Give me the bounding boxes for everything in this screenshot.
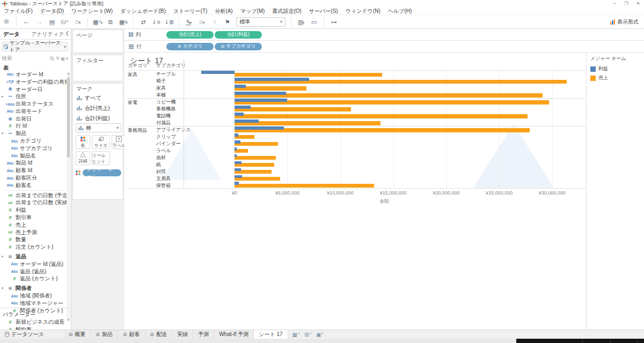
- field-item[interactable]: #返品 (カウント): [0, 275, 68, 283]
- field-item[interactable]: ▦オーダー日: [0, 86, 68, 93]
- show-me-button[interactable]: 表示形式: [610, 17, 639, 27]
- rows-pill[interactable]: ⊟カテゴリ: [166, 43, 214, 50]
- redo-icon[interactable]: →: [34, 17, 45, 27]
- menu-item[interactable]: データ(D): [36, 8, 68, 15]
- sort-descending-icon[interactable]: ⇂≣: [164, 17, 174, 27]
- field-item[interactable]: Abc返品 (返品): [0, 268, 68, 275]
- caret-expanded-icon[interactable]: ▾: [0, 255, 5, 259]
- legend-item[interactable]: 売上: [590, 74, 626, 81]
- profit-bar[interactable]: [235, 133, 238, 137]
- sales-bar[interactable]: [235, 156, 276, 160]
- new-dashboard-button[interactable]: ⊞⁺: [304, 332, 312, 338]
- pause-updates-icon[interactable]: ⟳▾: [72, 17, 83, 27]
- show-hide-cards-icon[interactable]: ▥▾: [296, 17, 306, 27]
- subcategory-label[interactable]: テーブル: [156, 71, 176, 78]
- field-item[interactable]: Abcサブカテゴリ: [0, 145, 68, 152]
- detail-button[interactable]: 詳細: [76, 151, 90, 165]
- columns-pill[interactable]: 合計(売上): [166, 31, 214, 39]
- caret-expanded-icon[interactable]: ▾: [0, 286, 5, 290]
- subcategory-label[interactable]: アプライアンス: [156, 126, 191, 133]
- presentation-mode-icon[interactable]: ▭: [309, 17, 319, 27]
- field-item[interactable]: Abc顧客区分: [0, 174, 68, 182]
- tooltip-button[interactable]: ツールヒント: [92, 151, 110, 165]
- profit-bar[interactable]: [235, 154, 237, 158]
- profit-bar[interactable]: [235, 147, 237, 151]
- highlight-icon[interactable]: ✎▾: [184, 17, 194, 27]
- clear-sheet-icon[interactable]: ▦ˣ▾: [118, 17, 129, 27]
- menu-item[interactable]: ヘルプ(H): [384, 8, 416, 15]
- subcategory-label[interactable]: バインダー: [156, 140, 181, 147]
- profit-bar[interactable]: [235, 78, 309, 81]
- field-item[interactable]: #数量: [0, 236, 68, 244]
- tab-datasource[interactable]: データソース: [0, 330, 49, 339]
- sales-bar[interactable]: [235, 73, 382, 77]
- profit-bar[interactable]: [235, 106, 251, 109]
- sort-ascending-icon[interactable]: ⇃≡: [151, 17, 162, 27]
- menu-item[interactable]: ストーリー(T): [170, 8, 211, 15]
- caret-collapsed-icon[interactable]: ▸: [0, 94, 5, 99]
- field-item[interactable]: Abc製品名: [0, 152, 68, 160]
- sheet-tab[interactable]: ⊞顧客: [118, 330, 145, 339]
- marks-layer-2[interactable]: 合計(利益): [73, 113, 123, 123]
- legend-item[interactable]: 利益: [590, 65, 626, 72]
- subcategory-label[interactable]: 家具: [156, 85, 166, 92]
- group-members-icon[interactable]: ⊘▾: [196, 17, 207, 27]
- field-item[interactable]: Abcカテゴリ: [0, 137, 68, 145]
- profit-bar[interactable]: [235, 140, 240, 144]
- new-worksheet-button[interactable]: ▦⁺: [292, 332, 301, 338]
- field-item[interactable]: Abc地域 (関係者): [0, 292, 68, 300]
- minimize-button[interactable]: ─: [609, 0, 620, 8]
- field-item[interactable]: Abc顧客 Id: [0, 167, 68, 174]
- sales-bar[interactable]: [235, 114, 528, 118]
- measure-names-legend[interactable]: メジャー ネーム 利益売上: [590, 55, 626, 84]
- category-column-header[interactable]: カテゴリ: [128, 62, 148, 69]
- fix-axes-icon[interactable]: ⚑: [222, 17, 233, 27]
- columns-shelf[interactable]: 列 合計(売上)合計(利益): [125, 29, 644, 41]
- filters-card[interactable]: フィルター: [72, 55, 123, 81]
- field-item[interactable]: Abc顧客名: [0, 182, 68, 189]
- subcategory-label[interactable]: 封筒: [156, 168, 166, 175]
- subcategory-label[interactable]: コピー機: [156, 99, 175, 106]
- sheet-tab[interactable]: シート 17: [254, 330, 288, 339]
- profit-bar[interactable]: [235, 92, 287, 95]
- rows-pill[interactable]: ⊟サブカテゴリ: [215, 43, 262, 50]
- close-button[interactable]: ✕: [632, 0, 644, 8]
- category-label[interactable]: 事務用品: [128, 127, 147, 134]
- field-item[interactable]: =Abc出荷ステータス: [0, 100, 68, 108]
- field-item[interactable]: ▸⊶住所: [0, 93, 68, 100]
- profit-bar[interactable]: [201, 71, 235, 74]
- menu-item[interactable]: 書式設定(O): [268, 8, 305, 15]
- field-item[interactable]: ▾⊞返品: [0, 253, 68, 260]
- tab-data[interactable]: データ: [0, 29, 23, 40]
- subcategory-label[interactable]: ラベル: [156, 147, 171, 154]
- tableau-home-icon[interactable]: ✻: [1, 17, 12, 27]
- field-item[interactable]: ▾⊶製品: [0, 130, 68, 137]
- marks-layer-all[interactable]: すべて: [73, 93, 123, 103]
- field-item[interactable]: Abc製品 Id: [0, 160, 68, 167]
- field-item[interactable]: #行 Id: [0, 123, 68, 130]
- datasource-selector[interactable]: サンプル - スーパーストア ▾: [2, 42, 68, 51]
- category-label[interactable]: 家電: [128, 99, 137, 106]
- sales-bar[interactable]: [235, 142, 278, 146]
- category-label[interactable]: 家具: [128, 71, 137, 78]
- new-datasource-icon[interactable]: ⛁⁺: [60, 17, 70, 27]
- scroll-up-icon[interactable]: ▲: [67, 72, 70, 75]
- field-item[interactable]: Abc出荷モード: [0, 108, 68, 115]
- profit-bar[interactable]: [235, 126, 284, 130]
- sales-bar[interactable]: [235, 107, 351, 111]
- field-item[interactable]: #注文 (カウント): [0, 243, 68, 251]
- subcategory-label[interactable]: 紙: [156, 161, 161, 168]
- field-item[interactable]: =T|Fオーダーの利益の有無: [0, 78, 68, 86]
- save-icon[interactable]: ▤: [47, 17, 57, 27]
- maximize-button[interactable]: ❐: [620, 0, 632, 8]
- new-worksheet-icon[interactable]: ▦⁺▾: [92, 17, 103, 27]
- field-item[interactable]: Abcオーダー Id: [0, 71, 68, 78]
- field-item[interactable]: Abcオーダー Id (返品): [0, 260, 68, 268]
- view-options-icon[interactable]: ▦ ▾: [61, 56, 68, 61]
- field-item[interactable]: =#出荷までの日数 (実績): [0, 199, 68, 207]
- profit-bar[interactable]: [235, 168, 241, 172]
- menu-item[interactable]: マップ(M): [237, 8, 269, 15]
- sheet-tab[interactable]: ⊞製品: [91, 330, 118, 339]
- subcategory-label[interactable]: 椅子: [156, 78, 166, 85]
- menu-item[interactable]: ダッシュボード(B): [116, 8, 170, 15]
